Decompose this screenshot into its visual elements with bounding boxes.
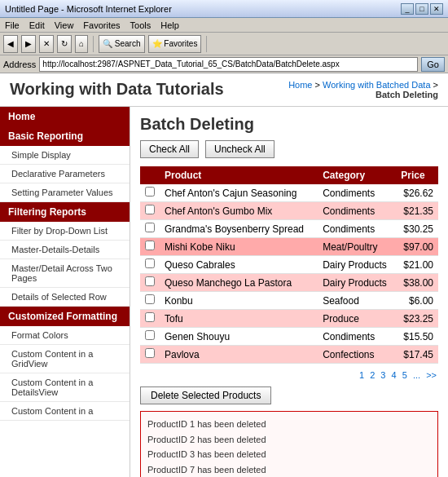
row-product: Grandma's Boysenberry Spread (160, 220, 318, 238)
page-next[interactable]: >> (426, 370, 437, 380)
menu-file[interactable]: File (5, 20, 20, 30)
col-header-checkbox (140, 166, 160, 184)
deleted-message: ProductID 7 has been deleted (147, 462, 431, 477)
row-category: Produce (318, 310, 396, 328)
row-product: Chef Anton's Cajun Seasoning (160, 184, 318, 202)
sidebar-section-customized-formatting: Customized Formatting (0, 307, 130, 326)
sidebar-item-custom-content-detailsview[interactable]: Custom Content in a DetailsView (0, 373, 130, 402)
row-category: Condiments (318, 202, 396, 220)
page-4[interactable]: 4 (392, 370, 397, 380)
sidebar-item-simple-display[interactable]: Simple Display (0, 146, 130, 165)
nav-home[interactable]: Home (288, 80, 312, 90)
page-ellipsis[interactable]: ... (413, 370, 420, 380)
row-product: Tofu (160, 310, 318, 328)
row-price: $15.50 (396, 328, 438, 346)
sidebar-item-master-details[interactable]: Master-Details-Details (0, 241, 130, 259)
pagination: 1 2 3 4 5 ... >> (140, 370, 438, 380)
nav-section[interactable]: Working with Batched Data (323, 80, 430, 90)
delete-selected-button[interactable]: Delete Selected Products (140, 386, 271, 404)
row-checkbox-cell (140, 184, 160, 202)
row-price: $30.25 (396, 220, 438, 238)
page-3[interactable]: 3 (380, 370, 385, 380)
row-price: $23.25 (396, 310, 438, 328)
toolbar: ◀ ▶ ✕ ↻ ⌂ 🔍 Search ⭐ Favorites (0, 33, 448, 55)
go-button[interactable]: Go (421, 57, 445, 72)
sidebar-section-filtering-reports: Filtering Reports (0, 202, 130, 222)
address-input[interactable] (39, 57, 418, 72)
window-controls[interactable]: _ □ ✕ (401, 3, 443, 15)
maximize-button[interactable]: □ (415, 3, 428, 15)
row-checkbox[interactable] (145, 330, 155, 340)
row-checkbox[interactable] (145, 348, 155, 358)
sidebar-item-filter-dropdown[interactable]: Filter by Drop-Down List (0, 222, 130, 241)
row-product: Queso Cabrales (160, 256, 318, 274)
table-row: Queso Cabrales Dairy Products $21.00 (140, 256, 438, 274)
row-checkbox[interactable] (145, 241, 155, 250)
back-button[interactable]: ◀ (3, 35, 18, 53)
row-checkbox[interactable] (145, 312, 155, 322)
sidebar-item-setting-parameter-values[interactable]: Setting Parameter Values (0, 183, 130, 202)
window-title: Untitled Page - Microsoft Internet Explo… (5, 4, 172, 14)
row-checkbox[interactable] (145, 276, 155, 286)
minimize-button[interactable]: _ (401, 3, 414, 15)
site-header: Working with Data Tutorials Home > Worki… (0, 73, 448, 107)
row-category: Condiments (318, 328, 396, 346)
menu-edit[interactable]: Edit (29, 20, 45, 30)
stop-button[interactable]: ✕ (39, 35, 54, 53)
row-category: Seafood (318, 292, 396, 310)
row-checkbox[interactable] (145, 205, 155, 214)
menu-help[interactable]: Help (160, 20, 179, 30)
row-price: $21.00 (396, 256, 438, 274)
page-2[interactable]: 2 (370, 370, 375, 380)
row-checkbox[interactable] (145, 294, 155, 304)
deleted-message: ProductID 2 has been deleted (147, 432, 431, 448)
sidebar-item-master-detail-two-pages[interactable]: Master/Detail Across Two Pages (0, 259, 130, 288)
sidebar-item-custom-content-gridview[interactable]: Custom Content in a GridView (0, 345, 130, 373)
row-product: Pavlova (160, 346, 318, 364)
breadcrumb: Home > Working with Batched Data > Batch… (288, 80, 438, 99)
separator (93, 36, 94, 52)
close-button[interactable]: ✕ (430, 3, 443, 15)
home-button[interactable]: ⌂ (75, 35, 88, 53)
row-price: $38.00 (396, 274, 438, 292)
row-product: Queso Manchego La Pastora (160, 274, 318, 292)
table-row: Konbu Seafood $6.00 (140, 292, 438, 310)
separator2 (206, 36, 207, 52)
uncheck-all-button[interactable]: Uncheck All (205, 140, 275, 158)
row-price: $97.00 (396, 238, 438, 256)
row-category: Dairy Products (318, 256, 396, 274)
favorites-button[interactable]: ⭐ Favorites (148, 35, 202, 53)
sidebar-item-custom-content-other[interactable]: Custom Content in a (0, 402, 130, 421)
content-area: Home Basic Reporting Simple Display Decl… (0, 107, 448, 477)
page-5[interactable]: 5 (402, 370, 407, 380)
menu-favorites[interactable]: Favorites (83, 20, 120, 30)
menu-view[interactable]: View (55, 20, 74, 30)
forward-button[interactable]: ▶ (21, 35, 36, 53)
sidebar-item-details-selected-row[interactable]: Details of Selected Row (0, 288, 130, 307)
row-checkbox-cell (140, 256, 160, 274)
sidebar-section-basic-reporting: Basic Reporting (0, 126, 130, 146)
row-checkbox-cell (140, 310, 160, 328)
sidebar-item-declarative-parameters[interactable]: Declarative Parameters (0, 165, 130, 183)
title-bar: Untitled Page - Microsoft Internet Explo… (0, 0, 448, 18)
row-price: $6.00 (396, 292, 438, 310)
main-container: Working with Data Tutorials Home > Worki… (0, 73, 448, 477)
row-checkbox[interactable] (145, 223, 155, 232)
table-row: Queso Manchego La Pastora Dairy Products… (140, 274, 438, 292)
row-checkbox[interactable] (145, 258, 155, 268)
row-price: $26.62 (396, 184, 438, 202)
sidebar-item-format-colors[interactable]: Format Colors (0, 326, 130, 345)
row-product: Konbu (160, 292, 318, 310)
delete-btn-row: Delete Selected Products (140, 386, 438, 404)
row-product: Mishi Kobe Niku (160, 238, 318, 256)
row-checkbox[interactable] (145, 187, 155, 197)
deleted-messages-box: ProductID 1 has been deletedProductID 2 … (140, 411, 438, 477)
menu-tools[interactable]: Tools (130, 20, 152, 30)
page-1[interactable]: 1 (359, 370, 364, 380)
search-button[interactable]: 🔍 Search (99, 35, 144, 53)
check-all-button[interactable]: Check All (140, 140, 199, 158)
row-category: Meat/Poultry (318, 238, 396, 256)
refresh-button[interactable]: ↻ (57, 35, 72, 53)
sidebar-item-home[interactable]: Home (0, 107, 130, 126)
row-price: $21.35 (396, 202, 438, 220)
